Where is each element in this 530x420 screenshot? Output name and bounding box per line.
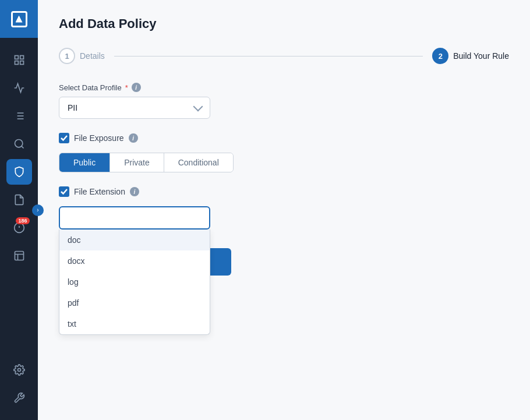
select-data-profile-value: PII xyxy=(68,103,77,112)
file-exposure-row: File Exposure i xyxy=(59,133,509,143)
select-data-profile-label: Select Data Profile * i xyxy=(59,83,509,92)
logo-icon xyxy=(11,11,27,27)
sidebar-item-shield[interactable] xyxy=(6,159,32,185)
sidebar-item-alerts[interactable]: 186 xyxy=(6,215,32,241)
sidebar-item-dashboard[interactable] xyxy=(6,47,32,73)
shield-icon xyxy=(13,166,25,178)
file-extension-row: File Extension i xyxy=(59,186,509,197)
select-data-profile-dropdown[interactable]: PII xyxy=(59,97,210,119)
page-title: Add Data Policy xyxy=(59,16,509,31)
required-indicator: * xyxy=(125,83,128,92)
extension-option-doc[interactable]: doc xyxy=(59,230,210,250)
svg-line-11 xyxy=(21,146,23,149)
file-extension-container: doc docx log pdf txt xyxy=(59,206,210,230)
content-area: Add Data Policy 1 Details 2 Build Your R… xyxy=(38,0,530,420)
tab-public[interactable]: Public xyxy=(59,153,110,172)
sidebar-item-settings[interactable] xyxy=(6,357,32,383)
sidebar-item-reports[interactable] xyxy=(6,187,32,213)
tab-conditional[interactable]: Conditional xyxy=(164,153,233,172)
extension-option-pdf[interactable]: pdf xyxy=(59,292,210,313)
sidebar-item-chart[interactable] xyxy=(6,243,32,269)
file-exposure-info-icon[interactable]: i xyxy=(129,133,138,143)
step-1: 1 Details xyxy=(59,48,105,64)
step-connector xyxy=(114,56,423,57)
svg-rect-3 xyxy=(15,61,18,65)
file-extension-input[interactable] xyxy=(59,206,210,230)
svg-point-10 xyxy=(15,140,22,147)
sidebar-item-search[interactable] xyxy=(6,131,32,157)
file-exposure-label: File Exposure xyxy=(74,133,124,143)
activity-icon xyxy=(13,82,25,94)
checkmark-icon xyxy=(61,135,68,142)
exposure-toggle-tabs: Public Private Conditional xyxy=(59,153,234,172)
main-content: Add Data Policy 1 Details 2 Build Your R… xyxy=(38,0,530,420)
file-extension-dropdown: doc docx log pdf txt xyxy=(59,230,210,335)
select-data-profile-wrapper: PII xyxy=(59,97,210,119)
step-1-circle: 1 xyxy=(59,48,75,64)
svg-rect-0 xyxy=(15,56,18,59)
sidebar-expand-button[interactable]: › xyxy=(32,204,44,216)
file-exposure-checkbox[interactable] xyxy=(59,133,69,143)
step-2-circle: 2 xyxy=(432,48,448,64)
step-2: 2 Build Your Rule xyxy=(432,48,509,64)
svg-point-16 xyxy=(17,369,20,372)
svg-rect-1 xyxy=(20,56,23,59)
file-extension-info-icon[interactable]: i xyxy=(130,187,139,196)
sidebar-item-wrench[interactable] xyxy=(6,385,32,411)
tab-private[interactable]: Private xyxy=(110,153,164,172)
step-2-label: Build Your Rule xyxy=(453,51,509,61)
file-extension-checkbox[interactable] xyxy=(59,186,69,197)
step-1-label: Details xyxy=(80,51,105,61)
dashboard-icon xyxy=(13,54,25,66)
extension-option-log[interactable]: log xyxy=(59,271,210,292)
file-extension-field-group: doc docx log pdf txt xyxy=(59,206,509,230)
stepper: 1 Details 2 Build Your Rule xyxy=(59,48,509,64)
sidebar: › 186 xyxy=(0,0,38,420)
sidebar-item-activity[interactable] xyxy=(6,75,32,101)
sidebar-bottom xyxy=(6,357,32,420)
alerts-badge: 186 xyxy=(16,217,29,224)
sidebar-logo[interactable] xyxy=(0,0,38,38)
select-data-profile-info-icon[interactable]: i xyxy=(132,83,141,92)
sidebar-item-list[interactable] xyxy=(6,103,32,129)
file-extension-label: File Extension xyxy=(74,187,125,196)
settings-icon xyxy=(13,364,25,376)
select-data-profile-group: Select Data Profile * i PII xyxy=(59,83,509,119)
sidebar-nav: 186 xyxy=(0,43,38,273)
checkmark-icon-2 xyxy=(61,188,68,195)
chevron-down-icon xyxy=(193,102,203,112)
search-icon xyxy=(13,138,25,150)
wrench-icon xyxy=(13,392,25,404)
reports-icon xyxy=(13,194,25,206)
extension-option-docx[interactable]: docx xyxy=(59,250,210,271)
extension-option-txt[interactable]: txt xyxy=(59,313,210,334)
chart-icon xyxy=(13,250,25,262)
svg-rect-2 xyxy=(20,61,23,65)
list-icon xyxy=(13,110,25,122)
svg-rect-15 xyxy=(15,252,23,260)
